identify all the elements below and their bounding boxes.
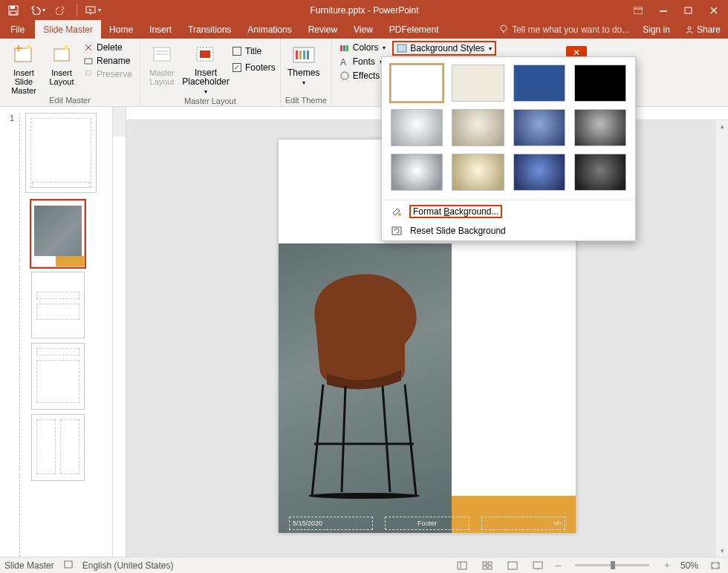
- svg-line-37: [312, 384, 323, 496]
- undo-button[interactable]: ▾: [27, 1, 48, 19]
- slide-sorter-view-button[interactable]: [479, 559, 495, 572]
- tab-home[interactable]: Home: [101, 20, 141, 39]
- redo-button[interactable]: [51, 1, 71, 19]
- svg-rect-32: [343, 45, 345, 51]
- svg-rect-8: [685, 7, 692, 13]
- present-button[interactable]: ▾: [82, 1, 103, 19]
- bg-swatch[interactable]: [574, 65, 626, 102]
- slide-number-placeholder[interactable]: ‹#›: [481, 517, 565, 530]
- zoom-level[interactable]: 50%: [680, 560, 698, 571]
- reset-background-icon: [391, 225, 403, 237]
- slide-footer-placeholders: 5/15/2020 Footer ‹#›: [289, 517, 565, 530]
- layout-thumbnail[interactable]: [31, 414, 85, 481]
- ribbon-display-options[interactable]: [625, 1, 651, 19]
- footer-placeholder[interactable]: Footer: [385, 517, 469, 530]
- tab-slide-master[interactable]: Slide Master: [35, 20, 101, 39]
- tab-pdfelement[interactable]: PDFelement: [381, 20, 447, 39]
- svg-point-35: [341, 72, 348, 79]
- bg-swatch[interactable]: [452, 109, 504, 146]
- reset-slide-background-menu-item[interactable]: Reset Slide Background: [382, 221, 635, 240]
- bg-swatch[interactable]: [391, 109, 443, 146]
- tab-file[interactable]: File: [0, 20, 35, 39]
- bg-swatch[interactable]: [452, 65, 504, 102]
- footers-checkbox[interactable]: ✓Footers: [233, 62, 276, 73]
- svg-rect-49: [488, 562, 492, 565]
- reading-view-button[interactable]: [504, 559, 521, 572]
- insert-placeholder-button[interactable]: Insert Placeholder ▾: [182, 40, 230, 96]
- group-edit-theme: Themes▾ Edit Theme: [281, 39, 332, 106]
- delete-button[interactable]: Delete: [80, 42, 135, 53]
- group-master-layout: Master Layout Insert Placeholder ▾ Title…: [140, 39, 281, 106]
- minimize-button[interactable]: [651, 1, 676, 19]
- maximize-button[interactable]: [676, 1, 701, 19]
- svg-point-15: [27, 45, 31, 49]
- title-checkbox[interactable]: Title: [233, 46, 276, 56]
- svg-rect-33: [346, 45, 348, 51]
- bg-swatch[interactable]: [391, 65, 443, 102]
- normal-view-button[interactable]: [454, 559, 470, 572]
- share-button[interactable]: Share: [677, 20, 728, 39]
- tab-transitions[interactable]: Transitions: [180, 20, 239, 39]
- tell-me-search[interactable]: Tell me what you want to do...: [493, 20, 635, 39]
- fit-to-window-button[interactable]: [707, 559, 724, 572]
- svg-line-40: [383, 386, 390, 492]
- svg-rect-45: [65, 561, 72, 568]
- status-language[interactable]: English (United States): [82, 560, 174, 571]
- bg-swatch[interactable]: [513, 65, 565, 102]
- spellcheck-icon[interactable]: [63, 559, 74, 572]
- slide-master-thumbnail[interactable]: 1: [25, 113, 97, 193]
- zoom-slider[interactable]: [575, 564, 649, 566]
- background-styles-button[interactable]: Background Styles▾: [393, 42, 495, 55]
- bg-swatch[interactable]: [513, 109, 565, 146]
- insert-layout-button[interactable]: Insert Layout: [46, 40, 77, 86]
- svg-rect-2: [10, 11, 16, 15]
- bg-swatch[interactable]: [513, 154, 565, 191]
- chair-illustration: [293, 258, 435, 503]
- svg-rect-16: [54, 49, 69, 61]
- svg-point-17: [64, 45, 68, 50]
- group-label: Master Layout: [145, 96, 276, 107]
- bg-swatch[interactable]: [391, 154, 443, 191]
- tab-insert[interactable]: Insert: [141, 20, 180, 39]
- background-styles-popup: Format Background... Format Background..…: [381, 56, 636, 241]
- bg-swatch[interactable]: [574, 109, 626, 146]
- insert-slide-master-button[interactable]: Insert Slide Master: [4, 40, 43, 95]
- svg-rect-31: [340, 45, 342, 51]
- vertical-scrollbar[interactable]: ▴ ▾: [716, 120, 728, 557]
- svg-text:A: A: [340, 57, 346, 67]
- sign-in-button[interactable]: Sign in: [635, 20, 677, 39]
- status-bar: Slide Master English (United States) ─ ＋…: [0, 557, 728, 573]
- tab-view[interactable]: View: [345, 20, 381, 39]
- tab-animations[interactable]: Animations: [239, 20, 299, 39]
- quick-access-toolbar: ▾ ▾: [0, 1, 103, 19]
- layout-thumbnail[interactable]: [31, 200, 85, 267]
- slideshow-view-button[interactable]: [530, 559, 546, 572]
- vertical-ruler: [113, 107, 126, 557]
- date-placeholder[interactable]: 5/15/2020: [289, 517, 373, 530]
- svg-rect-25: [200, 50, 210, 58]
- group-edit-master: Insert Slide Master Insert Layout Delete…: [0, 39, 140, 106]
- bg-swatch[interactable]: [574, 154, 626, 191]
- group-label: Edit Master: [4, 96, 135, 106]
- themes-button[interactable]: Themes▾: [285, 40, 322, 88]
- svg-rect-28: [299, 50, 302, 59]
- layout-thumbnail[interactable]: [31, 272, 85, 338]
- layout-thumbnail[interactable]: [31, 343, 85, 410]
- bg-swatch[interactable]: [452, 154, 504, 191]
- svg-rect-52: [508, 562, 517, 569]
- svg-rect-53: [533, 562, 542, 569]
- svg-rect-5: [634, 7, 643, 14]
- svg-rect-14: [15, 48, 31, 62]
- thumbnail-panel[interactable]: 1: [0, 107, 113, 557]
- save-button[interactable]: [3, 1, 24, 19]
- svg-point-13: [688, 27, 691, 30]
- rename-button[interactable]: Rename: [80, 55, 135, 67]
- format-background-menu-item[interactable]: Format Background... Format Background..…: [382, 202, 635, 221]
- colors-button[interactable]: Colors▾: [337, 42, 390, 53]
- tab-review[interactable]: Review: [300, 20, 345, 39]
- close-button[interactable]: [701, 1, 727, 19]
- themes-icon: [292, 43, 316, 67]
- effects-icon: [339, 71, 350, 81]
- insert-layout-icon: [50, 43, 74, 67]
- svg-rect-20: [85, 59, 92, 64]
